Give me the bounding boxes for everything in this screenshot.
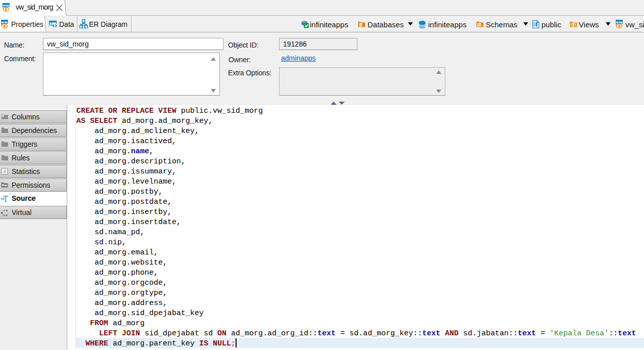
- svg-text:i: i: [4, 168, 6, 174]
